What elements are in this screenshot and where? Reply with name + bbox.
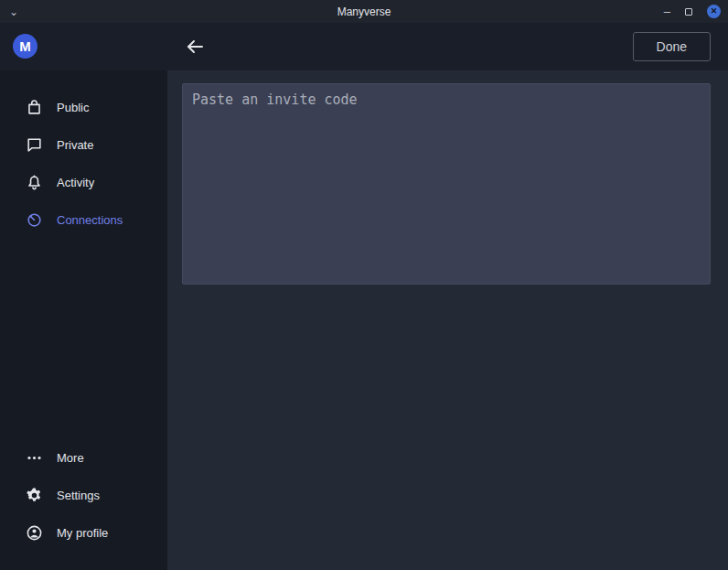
manyverse-logo: M (13, 34, 37, 59)
manyverse-window: ⌄ Manyverse – ✕ M Done Public (0, 0, 728, 570)
titlebar: ⌄ Manyverse – ✕ (0, 0, 728, 23)
maximize-icon (685, 8, 692, 16)
sidebar-item-settings[interactable]: Settings (0, 477, 167, 514)
sidebar: Public Private Activity (0, 70, 167, 570)
sidebar-item-connections[interactable]: Connections (0, 201, 167, 239)
gear-icon (26, 487, 43, 504)
titlebar-chevron-icon[interactable]: ⌄ (9, 6, 18, 17)
invite-code-input[interactable] (182, 83, 711, 285)
app-header: M Done (0, 23, 728, 70)
bag-icon (26, 99, 43, 116)
sidebar-item-label: Public (57, 101, 89, 114)
close-button[interactable]: ✕ (707, 5, 721, 18)
sidebar-item-activity[interactable]: Activity (0, 164, 167, 201)
done-button[interactable]: Done (633, 32, 711, 61)
person-icon (26, 524, 43, 542)
window-controls: – ✕ (664, 0, 721, 23)
sidebar-item-my-profile[interactable]: My profile (0, 514, 167, 552)
sidebar-item-label: Activity (57, 176, 94, 189)
connections-icon (26, 211, 43, 229)
back-arrow-icon (184, 36, 206, 58)
maximize-button[interactable] (685, 8, 692, 16)
speech-bubble-icon (26, 136, 43, 154)
window-title: Manyverse (0, 5, 728, 18)
sidebar-item-label: Settings (57, 489, 100, 502)
sidebar-item-label: My profile (57, 526, 108, 540)
sidebar-item-label: Private (57, 138, 93, 152)
main-content (167, 70, 728, 570)
minimize-button[interactable]: – (664, 5, 670, 17)
sidebar-item-public[interactable]: Public (0, 89, 167, 126)
back-button[interactable] (184, 36, 206, 58)
sidebar-item-more[interactable]: More (0, 439, 167, 477)
sidebar-spacer (0, 239, 167, 439)
dots-icon (26, 449, 43, 467)
sidebar-item-label: Connections (57, 213, 123, 227)
bell-icon (26, 174, 43, 191)
sidebar-item-label: More (57, 451, 84, 465)
sidebar-item-private[interactable]: Private (0, 126, 167, 164)
